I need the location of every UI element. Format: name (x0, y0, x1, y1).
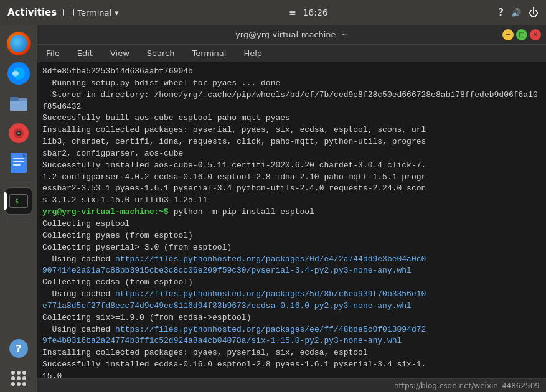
grid-icon (11, 371, 26, 386)
taskbar-divider (6, 182, 31, 182)
menu-bar: File Edit View Search Terminal Help (37, 45, 546, 62)
terminal-indicator[interactable]: Terminal ▾ (63, 8, 118, 17)
docs-icon (8, 152, 29, 174)
svg-rect-11 (13, 161, 24, 162)
terminal-title: yrg@yrg-virtual-machine: ~ (235, 30, 348, 39)
volume-icon[interactable]: 🔊 (511, 8, 521, 17)
taskbar-icon-terminal[interactable]: $_ (5, 187, 32, 215)
menu-terminal[interactable]: Terminal (188, 47, 230, 59)
taskbar-icon-files[interactable] (5, 90, 32, 117)
top-bar: Activities Terminal ▾ ≡ 16:26 ? 🔊 ⏻ (0, 0, 546, 25)
menu-icon: ≡ (289, 7, 296, 17)
taskbar-icon-firefox[interactable] (5, 30, 32, 57)
minimize-button[interactable]: ─ (502, 29, 514, 40)
menu-file[interactable]: File (42, 47, 64, 59)
svg-point-8 (17, 132, 20, 134)
taskbar: $_ ? (0, 25, 37, 392)
terminal-title-bar: yrg@yrg-virtual-machine: ~ ─ □ ✕ (37, 25, 546, 45)
terminal-output: 8dfe85fba52253b14d636aabf76904b Running … (42, 66, 541, 378)
taskbar-divider2 (6, 220, 31, 220)
taskbar-icon-thunderbird[interactable] (5, 60, 32, 87)
menu-help[interactable]: Help (240, 47, 266, 59)
power-icon[interactable]: ⏻ (529, 7, 539, 19)
rhythmbox-icon (7, 122, 30, 144)
taskbar-icon-help[interactable]: ? (5, 335, 32, 362)
terminal-taskbar-icon (63, 9, 74, 16)
menu-edit[interactable]: Edit (73, 47, 96, 59)
maximize-button[interactable]: □ (516, 29, 527, 40)
status-bar: https://blog.csdn.net/weixin_44862509 (37, 378, 546, 392)
help-icon: ? (9, 339, 28, 358)
top-bar-clock: ≡ 16:26 (289, 7, 328, 17)
terminal-label: Terminal (77, 8, 111, 17)
menu-search[interactable]: Search (143, 47, 179, 59)
top-bar-left: Activities Terminal ▾ (7, 7, 119, 18)
taskbar-icon-docs[interactable] (5, 149, 32, 177)
taskbar-icon-rhythmbox[interactable] (5, 119, 32, 147)
time-display: 16:26 (303, 7, 327, 17)
top-bar-right: ? 🔊 ⏻ (498, 7, 539, 19)
svg-rect-12 (13, 164, 21, 166)
taskbar-icon-grid[interactable] (5, 365, 32, 392)
firefox-icon (7, 32, 31, 55)
files-icon (7, 92, 30, 114)
svg-rect-4 (10, 97, 19, 101)
activities-button[interactable]: Activities (7, 7, 57, 18)
terminal-mini-icon: $_ (9, 194, 28, 208)
terminal-content[interactable]: 8dfe85fba52253b14d636aabf76904b Running … (37, 62, 546, 378)
window-controls: ─ □ ✕ (502, 29, 541, 40)
terminal-window: yrg@yrg-virtual-machine: ~ ─ □ ✕ File Ed… (37, 25, 546, 392)
svg-rect-3 (10, 101, 27, 111)
status-url: https://blog.csdn.net/weixin_44862509 (394, 381, 540, 390)
menu-view[interactable]: View (106, 47, 133, 59)
svg-rect-10 (13, 158, 24, 159)
dropdown-arrow[interactable]: ▾ (115, 8, 119, 17)
close-button[interactable]: ✕ (530, 29, 541, 40)
thunderbird-icon (7, 62, 31, 85)
question-icon[interactable]: ? (498, 7, 504, 18)
